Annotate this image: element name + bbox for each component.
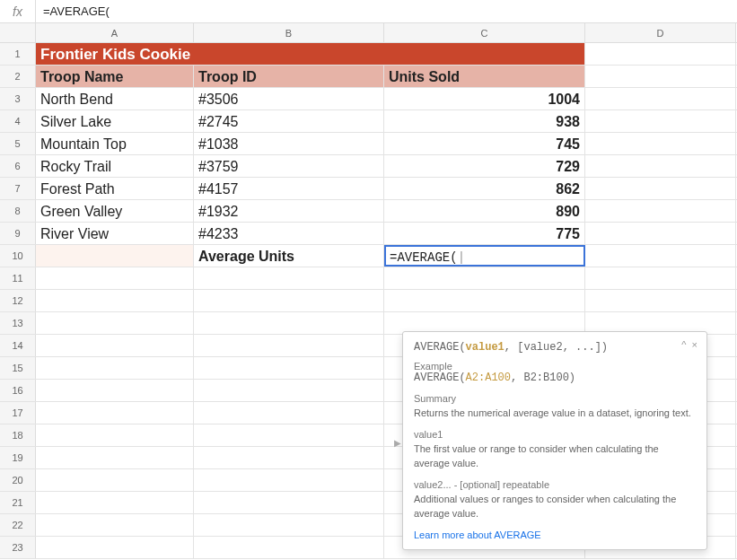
cell[interactable]	[384, 267, 585, 289]
cell-troop-name[interactable]: Green Valley	[36, 200, 194, 222]
row-header[interactable]: 7	[0, 178, 36, 199]
average-label-cell[interactable]: Average Units	[194, 245, 384, 267]
header-units-sold[interactable]: Units Sold	[384, 66, 585, 87]
cell-troop-id[interactable]: #4233	[194, 223, 384, 244]
learn-more-link[interactable]: Learn more about AVERAGE	[414, 529, 696, 540]
cell-troop-id[interactable]: #4157	[194, 178, 384, 199]
cell-units[interactable]: 745	[384, 133, 585, 154]
cell[interactable]	[36, 402, 194, 424]
row-header[interactable]: 22	[0, 514, 36, 536]
cell[interactable]	[585, 88, 736, 109]
row-header[interactable]: 17	[0, 402, 36, 424]
row-header[interactable]: 9	[0, 223, 36, 244]
cell-troop-name[interactable]: Silver Lake	[36, 110, 194, 132]
cell-units[interactable]: 938	[384, 110, 585, 132]
cell[interactable]	[585, 66, 736, 87]
cell[interactable]	[194, 380, 384, 401]
row-header[interactable]: 6	[0, 155, 36, 177]
cell-troop-name[interactable]: River View	[36, 223, 194, 244]
cell[interactable]	[36, 335, 194, 356]
row-header[interactable]: 15	[0, 357, 36, 379]
cell[interactable]	[36, 357, 194, 379]
row-header[interactable]: 18	[0, 424, 36, 446]
cell-units[interactable]: 862	[384, 178, 585, 199]
row-header[interactable]: 2	[0, 66, 36, 87]
cell[interactable]	[585, 43, 736, 65]
cell[interactable]	[194, 537, 384, 558]
cell[interactable]	[36, 424, 194, 446]
formula-input[interactable]: =AVERAGE(	[36, 0, 737, 23]
cell[interactable]	[36, 447, 194, 468]
cell[interactable]	[194, 335, 384, 356]
cell-troop-id[interactable]: #1932	[194, 200, 384, 222]
row-header[interactable]: 16	[0, 380, 36, 401]
row-header[interactable]: 13	[0, 312, 36, 334]
cell[interactable]	[194, 514, 384, 536]
cell[interactable]	[36, 380, 194, 401]
cell[interactable]	[36, 469, 194, 491]
cell[interactable]	[194, 357, 384, 379]
cell-troop-name[interactable]: North Bend	[36, 88, 194, 109]
row-header[interactable]: 21	[0, 492, 36, 513]
cell[interactable]	[36, 514, 194, 536]
cell[interactable]	[36, 312, 194, 334]
header-troop-name[interactable]: Troop Name	[36, 66, 194, 87]
cell[interactable]	[585, 110, 736, 132]
row-header[interactable]: 14	[0, 335, 36, 356]
cell[interactable]	[384, 43, 585, 65]
cell[interactable]	[585, 133, 736, 154]
row-header[interactable]: 23	[0, 537, 36, 558]
cell-units[interactable]: 729	[384, 155, 585, 177]
cell[interactable]	[194, 312, 384, 334]
cell-troop-name[interactable]: Forest Path	[36, 178, 194, 199]
header-troop-id[interactable]: Troop ID	[194, 66, 384, 87]
cell[interactable]	[585, 178, 736, 199]
cell[interactable]	[585, 290, 736, 311]
cell[interactable]	[36, 492, 194, 513]
col-header-a[interactable]: A	[36, 23, 194, 42]
cell-troop-id[interactable]: #3506	[194, 88, 384, 109]
row-header[interactable]: 10	[0, 245, 36, 267]
cell-units[interactable]: 775	[384, 223, 585, 244]
row-header[interactable]: 20	[0, 469, 36, 491]
cell-troop-id[interactable]: #2745	[194, 110, 384, 132]
col-header-b[interactable]: B	[194, 23, 384, 42]
cell[interactable]	[384, 290, 585, 311]
row-header[interactable]: 1	[0, 43, 36, 65]
row-header[interactable]: 4	[0, 110, 36, 132]
row-header[interactable]: 11	[0, 267, 36, 289]
title-cell[interactable]: Frontier Kids Cookie Sales	[36, 43, 194, 65]
cell[interactable]	[194, 267, 384, 289]
cell-units[interactable]: 1004	[384, 88, 585, 109]
cell[interactable]	[194, 492, 384, 513]
cell-troop-id[interactable]: #1038	[194, 133, 384, 154]
row-header[interactable]: 5	[0, 133, 36, 154]
cell-troop-id[interactable]: #3759	[194, 155, 384, 177]
cell-troop-name[interactable]: Mountain Top	[36, 133, 194, 154]
col-header-d[interactable]: D	[585, 23, 736, 42]
cell[interactable]	[585, 223, 736, 244]
cell-units[interactable]: 890	[384, 200, 585, 222]
cell[interactable]	[585, 155, 736, 177]
row-header[interactable]: 12	[0, 290, 36, 311]
cell[interactable]	[36, 267, 194, 289]
row-header[interactable]: 8	[0, 200, 36, 222]
cell[interactable]	[585, 245, 736, 267]
cell[interactable]	[585, 267, 736, 289]
col-header-c[interactable]: C	[384, 23, 585, 42]
row-header[interactable]: 3	[0, 88, 36, 109]
cell[interactable]	[36, 537, 194, 558]
cell[interactable]	[194, 447, 384, 468]
cell[interactable]	[194, 43, 384, 65]
cell[interactable]	[36, 245, 194, 267]
cell[interactable]	[585, 200, 736, 222]
cell[interactable]	[36, 290, 194, 311]
cell[interactable]	[194, 424, 384, 446]
cell[interactable]	[194, 469, 384, 491]
close-icon[interactable]: ×	[692, 339, 698, 350]
cell[interactable]	[194, 402, 384, 424]
editing-cell[interactable]: ? =AVERAGE(|	[384, 245, 585, 267]
cell-troop-name[interactable]: Rocky Trail	[36, 155, 194, 177]
select-all-corner[interactable]	[0, 23, 36, 42]
cell[interactable]	[194, 290, 384, 311]
